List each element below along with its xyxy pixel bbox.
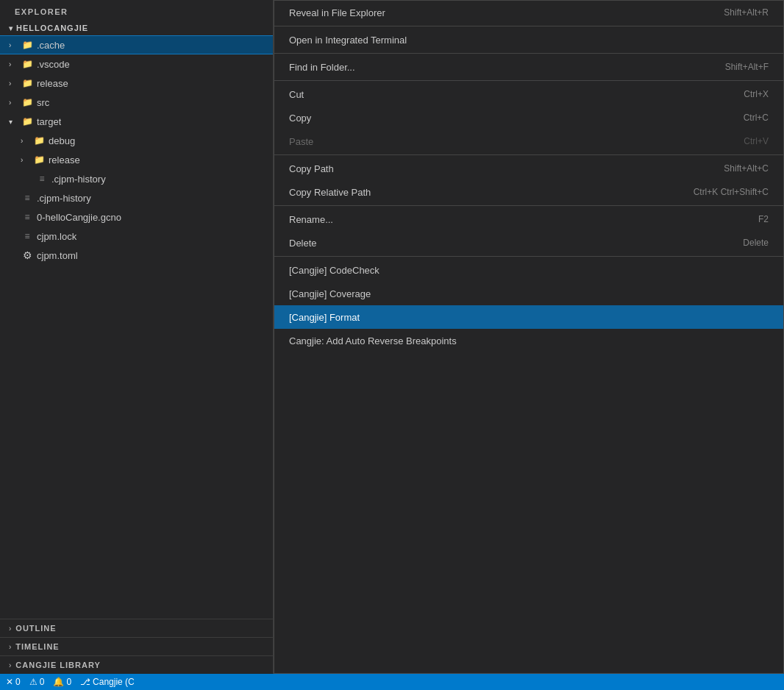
tree-item-cjpm-history-inner[interactable]: › ≡ .cjpm-history: [0, 169, 273, 188]
outline-label: OUTLINE: [15, 624, 56, 633]
cjpm-history-label: .cjpm-history: [37, 193, 91, 204]
copy-path-shortcut: Shift+Alt+C: [724, 163, 769, 174]
cangjie-library-section: › CANGJIE LIBRARY: [0, 655, 273, 674]
tree-item-release2[interactable]: › 📁 release: [0, 150, 273, 169]
gcno-label: 0-helloCangjie.gcno: [37, 212, 121, 223]
root-folder[interactable]: ▾ HELLOCANGJIE: [0, 21, 273, 35]
tree-item-src[interactable]: › 📁 src: [0, 93, 273, 112]
explorer-header: Explorer: [0, 0, 273, 21]
separator-3: [274, 80, 783, 81]
paste-shortcut: Ctrl+V: [744, 136, 769, 146]
vscode-label: .vscode: [37, 59, 70, 70]
sidebar: Explorer ▾ HELLOCANGJIE › 📁 .cache › 📁 .…: [0, 0, 274, 674]
error-count: 0: [15, 677, 21, 687]
cangjie-library-header[interactable]: › CANGJIE LIBRARY: [0, 656, 273, 674]
lines-icon-cjpm-lock: ≡: [21, 230, 34, 243]
status-warnings[interactable]: ⚠ 0: [29, 677, 45, 687]
branch-name: Cangjie (C: [93, 677, 135, 687]
file-explorer: ▾ HELLOCANGJIE › 📁 .cache › 📁 .vscode › …: [0, 21, 273, 619]
lines-icon-cjpm-history-inner: ≡: [35, 172, 49, 185]
target-arrow: ▾: [9, 118, 21, 126]
cache-label: .cache: [37, 40, 65, 51]
folder-icon-debug: 📁: [32, 134, 46, 147]
menu-item-add-breakpoints[interactable]: Cangjie: Add Auto Reverse Breakpoints: [274, 329, 783, 352]
folder-icon-src: 📁: [21, 96, 34, 109]
debug-label: debug: [49, 135, 75, 146]
copy-path-label: Copy Path: [289, 163, 334, 174]
folder-icon-release1: 📁: [21, 77, 34, 90]
src-arrow: ›: [9, 99, 21, 107]
warning-count: 0: [40, 677, 45, 687]
menu-item-paste: Paste Ctrl+V: [274, 129, 783, 153]
menu-item-find-folder[interactable]: Find in Folder... Shift+Alt+F: [274, 55, 783, 79]
tree-item-cjpm-toml[interactable]: › ⚙ cjpm.toml: [0, 246, 273, 265]
outline-header[interactable]: › OUTLINE: [0, 619, 273, 637]
target-label: target: [37, 116, 61, 127]
context-menu: Reveal in File Explorer Shift+Alt+R Open…: [274, 0, 784, 674]
tree-item-cache[interactable]: › 📁 .cache: [0, 35, 273, 54]
status-errors[interactable]: ✕ 0: [6, 677, 21, 687]
branch-icon: ⎇: [80, 677, 90, 687]
status-branch[interactable]: ⎇ Cangjie (C: [80, 677, 135, 687]
status-info[interactable]: 🔔 0: [53, 677, 71, 687]
cjpm-toml-label: cjpm.toml: [37, 250, 78, 261]
menu-item-codecheck[interactable]: [Cangjie] CodeCheck: [274, 258, 783, 282]
delete-label: Delete: [289, 238, 317, 249]
rename-shortcut: F2: [758, 214, 769, 224]
info-icon: 🔔: [53, 677, 64, 687]
codecheck-label: [Cangjie] CodeCheck: [289, 265, 379, 276]
reveal-explorer-label: Reveal in File Explorer: [289, 7, 385, 18]
debug-arrow: ›: [21, 137, 32, 145]
folder-icon-cache: 📁: [21, 38, 34, 51]
tree-item-release1[interactable]: › 📁 release: [0, 74, 273, 93]
timeline-header[interactable]: › TIMELINE: [0, 638, 273, 655]
cache-arrow: ›: [9, 41, 21, 49]
menu-item-copy-relative-path[interactable]: Copy Relative Path Ctrl+K Ctrl+Shift+C: [274, 180, 783, 204]
menu-item-delete[interactable]: Delete Delete: [274, 231, 783, 255]
tree-item-debug[interactable]: › 📁 debug: [0, 131, 273, 150]
find-folder-label: Find in Folder...: [289, 62, 355, 73]
copy-label: Copy: [289, 113, 311, 124]
status-bar: ✕ 0 ⚠ 0 🔔 0 ⎇ Cangjie (C: [0, 674, 784, 690]
warning-icon: ⚠: [29, 677, 38, 687]
menu-item-copy-path[interactable]: Copy Path Shift+Alt+C: [274, 157, 783, 180]
paste-label: Paste: [289, 136, 313, 147]
menu-item-copy[interactable]: Copy Ctrl+C: [274, 106, 783, 129]
lines-icon-cjpm-history: ≡: [21, 191, 34, 204]
timeline-arrow: ›: [9, 643, 11, 651]
menu-item-reveal-explorer[interactable]: Reveal in File Explorer Shift+Alt+R: [274, 1, 783, 24]
folder-icon-release2: 📁: [32, 153, 46, 166]
menu-item-coverage[interactable]: [Cangjie] Coverage: [274, 282, 783, 305]
menu-item-open-terminal[interactable]: Open in Integrated Terminal: [274, 28, 783, 51]
menu-item-format[interactable]: [Cangjie] Format: [274, 305, 783, 329]
root-arrow: ▾: [9, 24, 13, 32]
separator-6: [274, 256, 783, 257]
cut-label: Cut: [289, 89, 304, 100]
gear-icon-cjpm-toml: ⚙: [21, 249, 34, 262]
cjpm-history-inner-label: .cjpm-history: [51, 174, 106, 185]
timeline-label: TIMELINE: [15, 642, 59, 651]
menu-item-cut[interactable]: Cut Ctrl+X: [274, 82, 783, 106]
rename-label: Rename...: [289, 214, 333, 225]
tree-item-cjpm-history[interactable]: › ≡ .cjpm-history: [0, 188, 273, 207]
tree-item-cjpm-lock[interactable]: › ≡ cjpm.lock: [0, 227, 273, 246]
lines-icon-gcno: ≡: [21, 210, 34, 224]
folder-icon-vscode: 📁: [21, 57, 34, 71]
coverage-label: [Cangjie] Coverage: [289, 288, 371, 299]
cjpm-lock-label: cjpm.lock: [37, 231, 76, 242]
tree-item-target[interactable]: ▾ 📁 target: [0, 112, 273, 131]
menu-item-rename[interactable]: Rename... F2: [274, 207, 783, 231]
context-menu-background: Reveal in File Explorer Shift+Alt+R Open…: [274, 0, 784, 674]
add-breakpoints-label: Cangjie: Add Auto Reverse Breakpoints: [289, 335, 457, 346]
tree-item-gcno[interactable]: › ≡ 0-helloCangjie.gcno: [0, 207, 273, 227]
folder-icon-target: 📁: [21, 115, 34, 128]
separator-5: [274, 205, 783, 206]
separator-1: [274, 26, 783, 26]
outline-section: › OUTLINE: [0, 619, 273, 637]
find-folder-shortcut: Shift+Alt+F: [725, 62, 769, 72]
vscode-arrow: ›: [9, 60, 21, 68]
timeline-section: › TIMELINE: [0, 637, 273, 655]
cangjie-library-arrow: ›: [9, 661, 11, 669]
tree-item-vscode[interactable]: › 📁 .vscode: [0, 54, 273, 74]
src-label: src: [37, 97, 49, 108]
